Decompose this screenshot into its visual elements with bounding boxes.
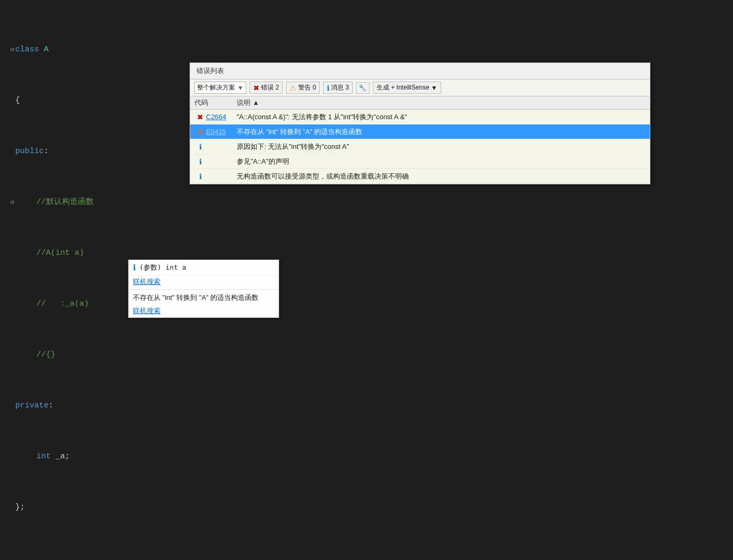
error-row-info-icon: ℹ	[194, 172, 206, 181]
tooltip-header: ℹ (参数) int a	[129, 260, 279, 275]
tooltip-info-icon: ℹ	[133, 263, 136, 272]
error-row-error-icon: ✖	[194, 113, 206, 121]
error-count-button[interactable]: ✖ 错误 2	[249, 82, 283, 94]
error-row-intellisense-icon: ⚙	[194, 128, 206, 136]
code-line: ⊟ //{}	[0, 349, 733, 361]
warning-icon: ⚠	[290, 84, 297, 92]
tooltip-link-1[interactable]: 联机搜索	[129, 275, 279, 288]
info-icon: ℹ	[327, 84, 329, 92]
tooltip-popup: ℹ (参数) int a 联机搜索 不存在从 "int" 转换到 "A" 的适当…	[128, 260, 279, 318]
tooltip-link-2[interactable]: 联机搜索	[129, 305, 279, 317]
fold-indicator[interactable]: ⊟	[11, 198, 14, 208]
scope-select[interactable]: 整个解决方案 ▼	[194, 82, 246, 94]
error-row-info1[interactable]: ℹ 原因如下: 无法从"int"转换为"const A"	[190, 139, 650, 154]
sort-icon: ▲	[253, 99, 260, 106]
error-row-desc: 不存在从 "int" 转换到 "A" 的适当构造函数	[237, 127, 646, 137]
comment: //{}	[37, 349, 56, 361]
code-line: ⊟ int _a;	[0, 450, 733, 463]
code-text: {	[15, 94, 20, 107]
code-line: ⊟ //A(int a)	[0, 247, 733, 260]
code-line: ⊟ //默认构造函数	[0, 196, 733, 209]
tooltip-error-text: 不存在从 "int" 转换到 "A" 的适当构造函数	[129, 291, 279, 305]
keyword: class	[15, 43, 44, 56]
error-panel-title: 错误列表	[190, 63, 650, 79]
error-row-info3[interactable]: ℹ 无构造函数可以接受源类型，或构造函数重载决策不明确	[190, 169, 650, 184]
error-row-info2[interactable]: ℹ 参见"A::A"的声明	[190, 154, 650, 169]
error-row-info-icon: ℹ	[194, 157, 206, 166]
keyword: private	[15, 399, 49, 412]
code-text: };	[15, 501, 25, 514]
error-panel: 错误列表 整个解决方案 ▼ ✖ 错误 2 ⚠ 警告 0 ℹ 消息 3 🔧 生成 …	[190, 63, 650, 184]
code-line: ⊟	[0, 552, 733, 560]
error-row-code[interactable]: C2664	[206, 113, 237, 121]
filter-icon: 🔧	[359, 84, 366, 92]
tooltip-param-text: (参数) int a	[139, 263, 186, 272]
comment: //A(int a)	[37, 247, 84, 260]
fold-indicator[interactable]: ⊟	[11, 46, 14, 55]
code-line: ⊟ // :_a(a)	[0, 298, 733, 310]
error-table-header: 代码 说明 ▲	[190, 96, 650, 110]
keyword: int	[37, 450, 51, 463]
error-row-e0415[interactable]: ⚙ E0415 不存在从 "int" 转换到 "A" 的适当构造函数	[190, 125, 650, 139]
error-row-desc: 参见"A::A"的声明	[237, 157, 646, 166]
tooltip-divider	[129, 289, 279, 290]
code-line: ⊟ };	[0, 501, 733, 514]
col-desc-header: 说明 ▲	[237, 98, 646, 108]
error-row-code[interactable]: E0415	[206, 128, 237, 136]
class-name: A	[44, 43, 49, 56]
keyword: public	[15, 145, 44, 158]
intellisense-select[interactable]: 生成 + IntelliSense ▼	[373, 82, 441, 94]
error-row-desc: 无构造函数可以接受源类型，或构造函数重载决策不明确	[237, 172, 646, 181]
error-row-desc: "A::A(const A &)": 无法将参数 1 从"int"转换为"con…	[237, 112, 646, 122]
error-row-desc: 原因如下: 无法从"int"转换为"const A"	[237, 142, 646, 152]
comment: // :_a(a)	[37, 298, 89, 310]
comment: //默认构造函数	[37, 196, 94, 209]
error-row-info-icon: ℹ	[194, 143, 206, 151]
filter-button[interactable]: 🔧	[356, 82, 370, 94]
error-panel-toolbar: 整个解决方案 ▼ ✖ 错误 2 ⚠ 警告 0 ℹ 消息 3 🔧 生成 + Int…	[190, 79, 650, 96]
warning-count-button[interactable]: ⚠ 警告 0	[286, 82, 320, 94]
intellisense-arrow-icon: ▼	[431, 84, 437, 92]
code-line: ⊟ private:	[0, 399, 733, 412]
dropdown-arrow-icon: ▼	[237, 84, 244, 92]
error-icon: ✖	[253, 84, 260, 92]
code-line: ⊟ class A	[0, 43, 733, 56]
error-row-c2664[interactable]: ✖ C2664 "A::A(const A &)": 无法将参数 1 从"int…	[190, 110, 650, 125]
message-count-button[interactable]: ℹ 消息 3	[323, 82, 353, 94]
